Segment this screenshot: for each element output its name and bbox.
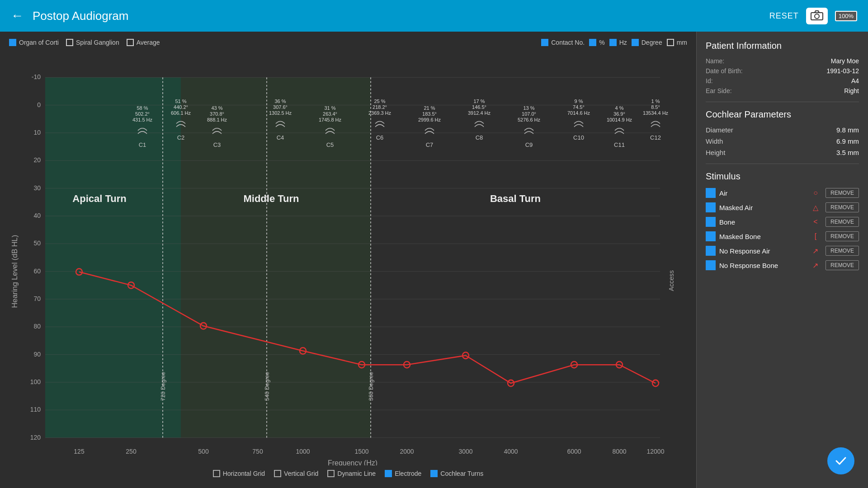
- access-label: Access: [668, 270, 675, 291]
- electrode-checkbox[interactable]: [385, 470, 392, 477]
- battery-indicator: 100%: [835, 11, 857, 21]
- stimulus-bone-row: Bone < REMOVE: [706, 217, 859, 227]
- svg-text:431.5 Hz: 431.5 Hz: [132, 117, 152, 122]
- dynamic-line-checkbox[interactable]: [327, 470, 335, 477]
- svg-text:3912.4 Hz: 3912.4 Hz: [468, 110, 491, 116]
- svg-text:25 %: 25 %: [374, 98, 385, 103]
- remove-masked-bone-button[interactable]: REMOVE: [826, 231, 859, 241]
- svg-text:C3: C3: [213, 141, 221, 148]
- legend-left: Organ of Corti Spiral Ganglion Average: [9, 39, 160, 46]
- average-checkbox[interactable]: [127, 39, 134, 46]
- x-axis-label: Frequency (Hz): [328, 459, 377, 465]
- header: ← Postop Audiogram RESET 100%: [0, 0, 868, 32]
- organ-corti-checkbox[interactable]: [9, 39, 16, 46]
- legend-top: Organ of Corti Spiral Ganglion Average C…: [9, 39, 687, 46]
- bone-icon: <: [809, 218, 822, 226]
- back-button[interactable]: ←: [11, 9, 24, 23]
- svg-text:8.5°: 8.5°: [651, 104, 660, 110]
- remove-no-response-bone-button[interactable]: REMOVE: [826, 260, 859, 270]
- svg-text:3000: 3000: [458, 448, 472, 455]
- contact-no-item: Contact No.: [541, 39, 585, 46]
- svg-text:110: 110: [30, 406, 41, 413]
- svg-text:C11: C11: [614, 141, 625, 148]
- dynamic-line-item: Dynamic Line: [327, 470, 376, 477]
- percent-checkbox[interactable]: [589, 39, 596, 46]
- svg-text:250: 250: [126, 448, 136, 455]
- svg-text:183.5°: 183.5°: [422, 111, 437, 117]
- svg-text:120: 120: [30, 434, 41, 441]
- masked-bone-icon: [: [809, 232, 822, 240]
- svg-text:1500: 1500: [354, 448, 368, 455]
- degree-checkbox[interactable]: [632, 39, 639, 46]
- contact-no-checkbox[interactable]: [541, 39, 548, 46]
- stimulus-no-response-bone-checkbox[interactable]: [706, 260, 716, 270]
- remove-no-response-air-button[interactable]: REMOVE: [826, 246, 859, 256]
- svg-text:51 %: 51 %: [175, 98, 186, 103]
- svg-text:6000: 6000: [567, 448, 581, 455]
- stimulus-air-checkbox[interactable]: [706, 188, 716, 198]
- stimulus-air-row: Air ○ REMOVE: [706, 188, 859, 198]
- horizontal-grid-checkbox[interactable]: [213, 470, 220, 477]
- height-row: Height 3.5 mm: [706, 149, 859, 156]
- svg-text:500: 500: [198, 448, 208, 455]
- reset-button[interactable]: RESET: [769, 11, 799, 21]
- stimulus-masked-bone-checkbox[interactable]: [706, 231, 716, 241]
- remove-bone-button[interactable]: REMOVE: [826, 217, 859, 227]
- confirm-button[interactable]: [827, 447, 854, 474]
- svg-text:43 %: 43 %: [211, 105, 222, 111]
- svg-text:750: 750: [252, 448, 263, 455]
- patient-name-row: Name: Mary Moe: [706, 57, 859, 65]
- svg-text:C8: C8: [476, 134, 483, 141]
- cochlear-turns-checkbox[interactable]: [430, 470, 438, 477]
- svg-text:13 %: 13 %: [523, 105, 534, 111]
- svg-text:40: 40: [33, 212, 41, 219]
- spiral-ganglion-checkbox[interactable]: [66, 39, 73, 46]
- remove-air-button[interactable]: REMOVE: [826, 188, 859, 198]
- patient-ear-row: Ear Side: Right: [706, 87, 859, 94]
- svg-text:540 Degree: 540 Degree: [264, 372, 270, 401]
- svg-text:13534.4 Hz: 13534.4 Hz: [643, 110, 669, 116]
- svg-text:C6: C6: [376, 134, 384, 141]
- header-right: RESET 100%: [769, 8, 857, 24]
- audiogram-chart: Hearing Level (dB HL): [9, 50, 687, 465]
- chart-container: Hearing Level (dB HL): [9, 50, 687, 465]
- svg-text:C1: C1: [139, 141, 146, 148]
- hz-item: Hz: [609, 39, 627, 46]
- vertical-grid-checkbox[interactable]: [274, 470, 281, 477]
- svg-text:107.0°: 107.0°: [522, 111, 536, 117]
- stimulus-bone-checkbox[interactable]: [706, 217, 716, 227]
- bottom-legend: Horizontal Grid Vertical Grid Dynamic Li…: [9, 465, 687, 479]
- svg-text:0: 0: [37, 101, 41, 108]
- remove-masked-air-button[interactable]: REMOVE: [826, 202, 859, 212]
- basal-turn-bg: [371, 77, 660, 437]
- width-row: Width 6.9 mm: [706, 137, 859, 145]
- basal-turn-label: Basal Turn: [490, 193, 541, 204]
- stimulus-masked-air-checkbox[interactable]: [706, 202, 716, 212]
- svg-text:C7: C7: [426, 141, 434, 148]
- vertical-grid-item: Vertical Grid: [274, 470, 318, 477]
- legend-average: Average: [127, 39, 160, 46]
- stimulus-no-response-air-checkbox[interactable]: [706, 246, 716, 256]
- electrode-item: Electrode: [385, 470, 421, 477]
- svg-text:10: 10: [33, 129, 41, 136]
- svg-text:100: 100: [30, 378, 41, 385]
- middle-turn-bg: [181, 77, 371, 437]
- svg-text:263.4°: 263.4°: [323, 111, 337, 117]
- air-icon: ○: [809, 189, 822, 197]
- svg-text:80: 80: [33, 323, 41, 330]
- legend-right: Contact No. % Hz Degree mm: [541, 39, 687, 46]
- svg-text:307.6°: 307.6°: [273, 104, 288, 110]
- camera-button[interactable]: [806, 8, 828, 24]
- chart-area: Organ of Corti Spiral Ganglion Average C…: [0, 32, 696, 488]
- svg-text:2369.3 Hz: 2369.3 Hz: [368, 110, 392, 116]
- svg-text:8000: 8000: [612, 448, 626, 455]
- mm-checkbox[interactable]: [667, 39, 674, 46]
- right-panel: Patient Information Name: Mary Moe Date …: [696, 32, 868, 488]
- svg-text:C4: C4: [277, 134, 284, 141]
- svg-text:30: 30: [33, 184, 41, 192]
- svg-text:7014.6 Hz: 7014.6 Hz: [567, 110, 590, 116]
- svg-text:4000: 4000: [504, 448, 518, 455]
- svg-text:606.1 Hz: 606.1 Hz: [171, 110, 191, 116]
- hz-checkbox[interactable]: [609, 39, 617, 46]
- svg-text:125: 125: [74, 448, 84, 455]
